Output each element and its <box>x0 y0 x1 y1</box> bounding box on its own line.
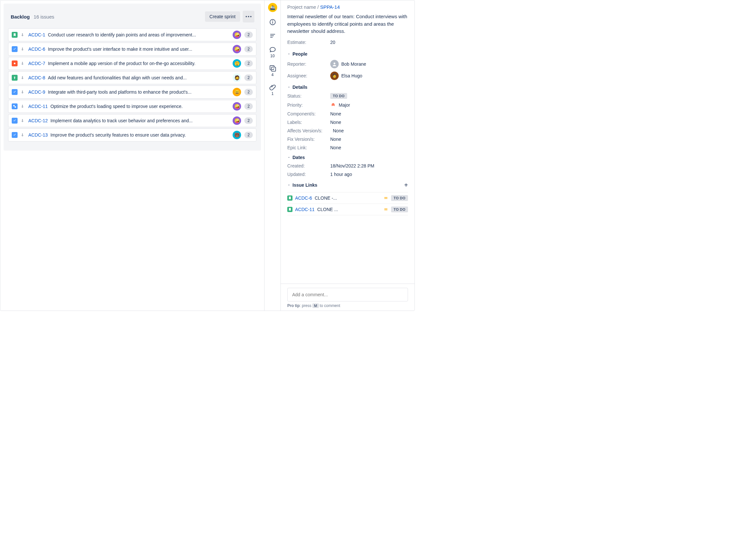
assignee-avatar[interactable]: 🤪 <box>233 31 241 39</box>
backlog-count: 16 issues <box>33 14 54 20</box>
tab-comments-icon[interactable]: 10 <box>269 46 276 58</box>
issue-summary: Add new features and functionalities tha… <box>48 75 230 80</box>
issue-row[interactable]: ACDC-7Implement a mobile app version of … <box>8 57 256 70</box>
issue-key[interactable]: ACDC-6 <box>28 47 45 52</box>
section-details-title: Details <box>292 84 307 90</box>
assignee-avatar[interactable]: 😲 <box>233 59 241 68</box>
labels-label: Labels: <box>287 120 330 125</box>
issue-row[interactable]: ACDC-12Implement data analytics to track… <box>8 114 256 127</box>
breadcrumb: Project name / SPPA-14 <box>287 4 408 10</box>
estimate-pill: 2 <box>244 132 253 138</box>
protip: Pro tip: press M to comment <box>287 303 408 308</box>
issue-row[interactable]: ACDC-8Add new features and functionaliti… <box>8 71 256 84</box>
create-sprint-button[interactable]: Create sprint <box>205 11 240 22</box>
priority-value: Major <box>339 102 350 108</box>
backlog-panel: Backlog 16 issues Create sprint ACDC-1Co… <box>4 4 261 151</box>
components-value: None <box>330 111 341 116</box>
tab-info-icon[interactable] <box>269 19 276 26</box>
link-status: TO DO <box>391 207 408 212</box>
assignee-avatar[interactable]: 🤪 <box>233 102 241 111</box>
link-key[interactable]: ACDC-11 <box>295 207 315 212</box>
assignee-label: Assignee: <box>287 73 330 78</box>
backlog-pane: Backlog 16 issues Create sprint ACDC-1Co… <box>0 0 264 311</box>
issue-row[interactable]: ACDC-6Improve the product's user interfa… <box>8 43 256 56</box>
detail-tab-rail: 🚢 10 4 1 <box>264 0 281 311</box>
link-summary: CLONE -... <box>315 195 381 201</box>
project-avatar[interactable]: 🚢 <box>268 3 277 12</box>
issue-key[interactable]: ACDC-12 <box>28 118 48 123</box>
chevron-down-icon <box>287 156 290 159</box>
assignee-avatar: 👩 <box>330 72 339 80</box>
breadcrumb-key-link[interactable]: SPPA-14 <box>320 4 340 10</box>
epic-value: None <box>330 145 341 150</box>
issue-key[interactable]: ACDC-9 <box>28 89 45 95</box>
priority-medium-icon <box>383 207 388 212</box>
issue-key[interactable]: ACDC-11 <box>28 104 48 109</box>
priority-medium-icon <box>383 195 388 201</box>
assignee-avatar[interactable]: 🤪 <box>233 116 241 125</box>
issue-type-icon <box>12 132 18 138</box>
link-row[interactable]: ACDC-6CLONE -...TO DO <box>287 192 408 204</box>
issue-type-icon <box>287 195 292 201</box>
assignee-avatar[interactable]: 🐻 <box>233 131 241 139</box>
reporter-label: Reporter: <box>287 61 330 67</box>
priority-label: Priority: <box>287 102 330 108</box>
issue-list: ACDC-1Conduct user research to identify … <box>8 28 256 141</box>
issue-key[interactable]: ACDC-7 <box>28 61 45 66</box>
attachments-count: 1 <box>271 91 274 96</box>
tab-subtasks-icon[interactable]: 4 <box>269 65 276 77</box>
issue-row[interactable]: ACDC-13Improve the product's security fe… <box>8 129 256 141</box>
issue-key[interactable]: ACDC-8 <box>28 75 45 80</box>
updated-value: 1 hour ago <box>330 172 352 177</box>
add-link-button[interactable]: + <box>404 182 408 189</box>
backlog-more-button[interactable] <box>243 11 254 22</box>
link-key[interactable]: ACDC-6 <box>295 195 312 201</box>
link-row[interactable]: ACDC-11CLONE ...TO DO <box>287 204 408 215</box>
assignee-avatar[interactable]: 🧔 <box>233 74 241 82</box>
estimate-pill: 2 <box>244 75 253 81</box>
section-people-title: People <box>292 51 307 57</box>
priority-low-icon <box>20 89 25 95</box>
issue-row[interactable]: ACDC-9Integrate with third-party tools a… <box>8 85 256 99</box>
assignee-avatar[interactable]: 😀 <box>233 88 241 96</box>
issue-row[interactable]: ACDC-1Conduct user research to identify … <box>8 28 256 41</box>
issue-summary: Conduct user research to identify pain p… <box>48 32 230 37</box>
assignee-avatar[interactable]: 🤪 <box>233 45 241 53</box>
section-links-title: Issue Links <box>292 182 317 188</box>
issue-summary: Integrate with third-party tools and pla… <box>48 89 230 95</box>
backlog-header: Backlog 16 issues Create sprint <box>4 4 261 28</box>
issue-type-icon <box>12 103 18 109</box>
assignee-name: Elsa Hugo <box>341 73 362 78</box>
fix-label: Fix Version/s: <box>287 137 330 142</box>
section-links-toggle[interactable]: Issue Links + <box>287 182 408 189</box>
issue-title: Internal newsletter of our team: Conduct… <box>287 13 408 35</box>
svg-point-13 <box>334 62 335 64</box>
status-value[interactable]: TO DO <box>330 93 347 99</box>
issue-key[interactable]: ACDC-1 <box>28 32 45 37</box>
created-label: Created: <box>287 163 330 168</box>
link-status: TO DO <box>391 195 408 201</box>
priority-low-icon <box>20 75 25 80</box>
tab-attachments-icon[interactable]: 1 <box>269 84 276 96</box>
issue-type-icon <box>12 89 18 95</box>
priority-low-icon <box>20 47 25 52</box>
comment-input[interactable] <box>287 288 408 301</box>
priority-low-icon <box>20 32 25 37</box>
created-value: 18/Nov/2022 2:28 PM <box>330 163 374 168</box>
tab-description-icon[interactable] <box>269 32 276 39</box>
issue-row[interactable]: ACDC-11Optimize the product's loading sp… <box>8 100 256 113</box>
section-details-toggle[interactable]: Details <box>287 84 408 90</box>
issue-summary: Implement a mobile app version of the pr… <box>48 61 230 66</box>
section-people-toggle[interactable]: People <box>287 51 408 57</box>
chevron-down-icon <box>287 183 290 187</box>
estimate-pill: 2 <box>244 103 253 110</box>
detail-pane: Project name / SPPA-14 Internal newslett… <box>281 0 414 311</box>
estimate-pill: 2 <box>244 60 253 67</box>
issue-key[interactable]: ACDC-13 <box>28 132 48 138</box>
reporter-name: Bob Morane <box>341 61 366 67</box>
labels-value: None <box>330 120 341 125</box>
estimate-pill: 2 <box>244 31 253 38</box>
section-dates-toggle[interactable]: Dates <box>287 155 408 160</box>
priority-low-icon <box>20 118 25 123</box>
estimate-label: Estimate: <box>287 40 330 45</box>
